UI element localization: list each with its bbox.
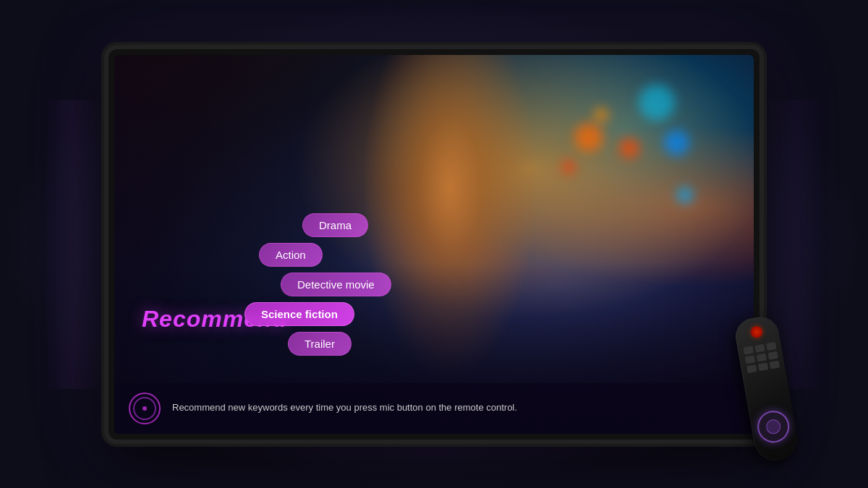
remote-navigation-wheel[interactable] [755,408,792,445]
bokeh-dot [594,108,608,122]
remote-power-button[interactable] [750,325,764,338]
pill-row-trailer: Trailer [244,332,548,356]
pill-row-scifi: Science fiction [244,302,548,326]
remote-circle-inner [765,418,782,435]
remote-btn-1[interactable] [744,346,754,354]
remote-btn-8[interactable] [758,362,769,371]
remote-btn-3[interactable] [766,341,777,350]
bokeh-dot [562,160,575,174]
remote-btn-7[interactable] [746,364,757,373]
tv-frame: Recommend Drama Action Detective movie S… [109,49,760,440]
remote-btn-5[interactable] [757,353,767,361]
remote-button-grid [744,342,780,373]
pills-container: Drama Action Detective movie Science fic… [244,213,548,361]
remote-btn-4[interactable] [745,355,756,364]
remote-btn-9[interactable] [770,360,780,369]
mic-dot [142,406,147,411]
bokeh-dot [639,85,675,121]
pill-detective[interactable]: Detective movie [281,273,391,296]
remote-btn-6[interactable] [767,351,778,359]
bokeh-dot [619,138,639,158]
remote-btn-2[interactable] [754,343,765,352]
bottom-bar: Recommend new keywords every time you pr… [114,383,754,434]
bottom-instruction-text: Recommend new keywords every time you pr… [172,401,739,414]
pill-row-action: Action [244,243,548,267]
tv-screen: Recommend Drama Action Detective movie S… [114,55,754,434]
bokeh-dot [677,187,693,203]
pill-drama[interactable]: Drama [302,213,368,237]
mic-inner-ring [133,397,156,420]
pill-row-detective: Detective movie [244,273,548,296]
pill-row-drama: Drama [244,213,548,237]
mic-button[interactable] [129,393,161,424]
pill-trailer[interactable]: Trailer [288,332,352,356]
pill-scifi[interactable]: Science fiction [244,302,354,326]
pill-action[interactable]: Action [259,243,323,267]
wall-glow-left [43,100,101,389]
remote-circle-outer [755,408,792,445]
